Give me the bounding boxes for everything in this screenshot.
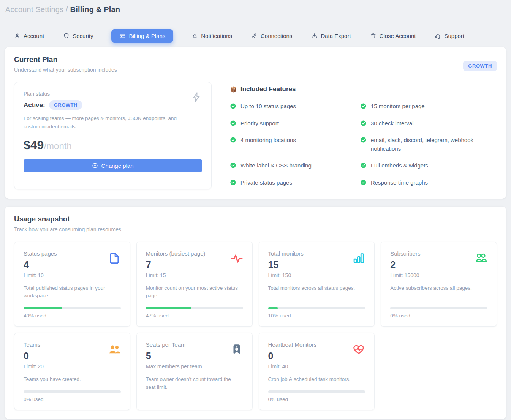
usage-card-value: 7 [146, 259, 206, 270]
feature-item: 15 monitors per page [360, 102, 497, 111]
usage-card-limit: Limit: 20 [24, 363, 44, 369]
usage-title: Usage snapshot [14, 215, 121, 223]
plan-status-badge: GROWTH [49, 100, 82, 110]
usage-card-limit: Limit: 40 [268, 363, 317, 369]
check-circle-icon [360, 162, 367, 169]
usage-card-label: Status pages [24, 250, 57, 257]
check-circle-icon [230, 137, 236, 143]
tab-account[interactable]: Account [13, 30, 45, 42]
package-icon [230, 86, 237, 93]
tab-bar: Account Security Billing & Plans Notific… [13, 29, 511, 43]
feature-grid: Up to 10 status pages 15 monitors per pa… [230, 102, 497, 187]
plan-status-label: Plan status [24, 91, 82, 97]
tab-support[interactable]: Support [434, 30, 465, 42]
progress-fill [24, 307, 62, 309]
bell-icon [191, 33, 198, 39]
tab-connections[interactable]: Connections [250, 30, 293, 42]
usage-progress: 0% used [24, 384, 121, 402]
progress-track [24, 390, 121, 393]
check-circle-icon [360, 120, 367, 126]
usage-card-label: Teams [24, 341, 44, 348]
usage-percent-label: 47% used [146, 313, 243, 319]
plan-tier-badge: GROWTH [463, 61, 497, 71]
check-circle-icon [360, 179, 367, 186]
feature-label: Full embeds & widgets [371, 161, 428, 170]
usage-card-seats-per-team: Seats per Team 5 Max members per team Te… [136, 333, 253, 410]
plan-price: $49 [24, 138, 44, 152]
page-title: Billing & Plan [70, 5, 120, 14]
usage-percent-label: 10% used [268, 313, 365, 319]
upgrade-arrow-icon [92, 163, 98, 169]
bar-chart-icon [352, 252, 365, 265]
trash-icon [370, 33, 377, 39]
feature-item: email, slack, discord, telegram, webhook… [360, 136, 497, 153]
usage-card-limit: Limit: 150 [268, 272, 304, 278]
usage-card-value: 15 [268, 259, 304, 270]
usage-card-description: Team owner doesn't count toward the seat… [146, 376, 243, 392]
id-badge-icon [230, 343, 243, 356]
headset-icon [435, 33, 441, 39]
check-circle-icon [230, 162, 236, 169]
plan-status-card: Plan status Active: GROWTH For scaling t… [14, 82, 212, 189]
feature-label: Private status pages [240, 178, 292, 187]
usage-percent-label: 0% used [390, 313, 487, 319]
feature-item: 30 check interval [360, 119, 497, 128]
check-circle-icon [230, 179, 236, 186]
feature-item: White-label & CSS branding [230, 161, 360, 170]
current-plan-title: Current Plan [14, 55, 117, 64]
feature-label: Response time graphs [371, 178, 428, 187]
current-plan-subtitle: Understand what your subscription includ… [14, 67, 117, 73]
included-features-title: Included Features [240, 85, 296, 93]
link-icon [251, 33, 258, 39]
check-circle-icon [230, 120, 236, 126]
usage-percent-label: 0% used [268, 396, 365, 402]
current-plan-header: Current Plan Understand what your subscr… [14, 55, 497, 73]
usage-progress: 0% used [268, 384, 365, 402]
usage-card-subscribers: Subscribers 2 Limit: 15000 Active subscr… [381, 242, 497, 327]
tab-close-account[interactable]: Close Account [369, 30, 417, 42]
person-icon [14, 33, 21, 39]
tab-billing-plans[interactable]: Billing & Plans [111, 29, 173, 43]
current-plan-body: Plan status Active: GROWTH For scaling t… [14, 82, 497, 189]
progress-track [146, 307, 243, 309]
tab-label: Connections [261, 33, 292, 39]
plan-status-value: Active: [24, 101, 45, 109]
usage-snapshot-panel: Usage snapshot Track how you are consumi… [5, 207, 506, 420]
usage-card-value: 0 [24, 351, 44, 362]
tab-notifications[interactable]: Notifications [191, 30, 233, 42]
usage-card-teams: Teams 0 Limit: 20 Teams you have created… [14, 333, 130, 410]
feature-item: Response time graphs [360, 178, 497, 187]
tab-label: Billing & Plans [129, 33, 165, 39]
usage-card-value: 4 [24, 259, 57, 270]
usage-progress: 10% used [268, 300, 365, 319]
document-icon [108, 252, 121, 265]
credit-card-icon [119, 33, 126, 39]
change-plan-button[interactable]: Change plan [24, 159, 202, 172]
lightning-icon [191, 91, 202, 104]
usage-card-description: Total monitors across all status pages. [268, 284, 365, 292]
usage-card-value: 0 [268, 351, 317, 362]
tab-security[interactable]: Security [62, 30, 94, 42]
usage-card-description: Monitor count on your most active status… [146, 284, 243, 300]
usage-percent-label: 40% used [24, 313, 121, 319]
check-circle-icon [360, 137, 367, 143]
usage-card-description: Teams you have created. [24, 376, 121, 384]
usage-card-label: Subscribers [390, 250, 420, 257]
tab-label: Notifications [201, 33, 232, 39]
feature-item: Private status pages [230, 178, 360, 187]
progress-track [268, 307, 365, 309]
usage-card-label: Seats per Team [146, 341, 202, 348]
feature-label: email, slack, discord, telegram, webhook… [371, 136, 486, 153]
feature-label: Up to 10 status pages [240, 102, 296, 111]
feature-item: Priority support [230, 119, 360, 128]
people-filled-icon [108, 343, 121, 356]
breadcrumb-section[interactable]: Account Settings / [5, 5, 68, 14]
feature-label: 4 monitoring locations [240, 136, 296, 145]
feature-label: Priority support [240, 119, 279, 128]
progress-fill [146, 307, 191, 309]
progress-track [24, 307, 121, 309]
tab-data-export[interactable]: Data Export [310, 30, 351, 42]
usage-progress: 0% used [390, 300, 487, 319]
usage-header: Usage snapshot Track how you are consumi… [14, 215, 497, 232]
usage-card-limit: Limit: 15000 [390, 272, 420, 278]
